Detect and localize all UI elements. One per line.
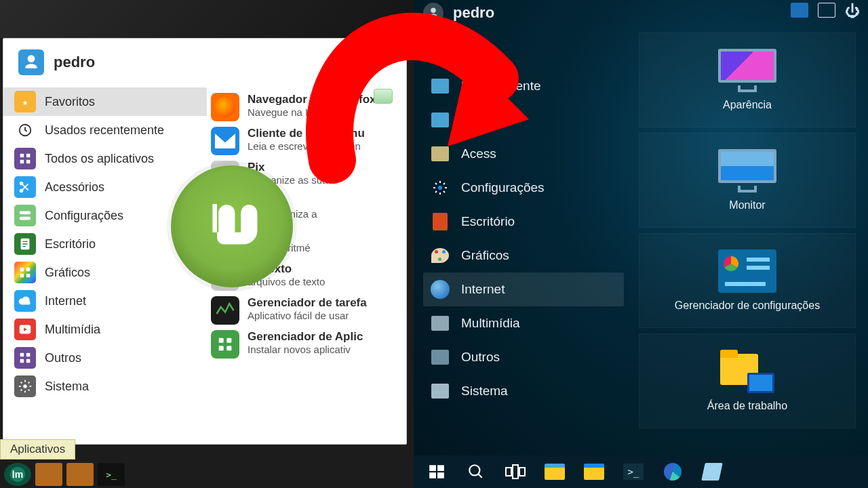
win-item-office[interactable]: Escritório [423, 205, 624, 239]
tile-label: Monitor [729, 199, 765, 211]
pc-icon [429, 380, 452, 403]
win-item-label: Multimídia [461, 316, 520, 331]
sidebar-item-multimedia[interactable]: Multimídia [3, 315, 207, 344]
keymap-icon [429, 142, 452, 165]
sidebar-item-recent[interactable]: Usados recentemente [3, 116, 207, 144]
sidebar-item-label: Gráficos [45, 266, 90, 280]
app-item[interactable]: Gerenciador de tarefaAplicativo fácil de… [207, 293, 406, 327]
sidebar-item-label: Configurações [45, 209, 123, 223]
win-categories: ritosUentementecativosAcessConfigurações… [423, 35, 624, 408]
mint-user-row[interactable]: pedro [3, 39, 406, 85]
terminal-icon[interactable]: >_ [621, 460, 646, 484]
svg-rect-28 [437, 465, 444, 471]
monitor-icon [718, 149, 776, 192]
explorer2-icon[interactable] [582, 460, 606, 484]
app-item[interactable]: Cliente de E-mail ThuLeia e escreva suas… [207, 124, 406, 158]
win-user-row[interactable]: pedro [423, 3, 494, 23]
sidebar-item-label: Usados recentemente [45, 123, 164, 138]
tile-1[interactable]: Monitor [639, 133, 856, 228]
mint-menu-button[interactable]: lm [4, 463, 31, 486]
star-folder-icon [14, 91, 36, 113]
scissors-icon [14, 176, 36, 198]
svg-rect-10 [20, 268, 24, 272]
edge-icon[interactable] [660, 460, 685, 484]
appearance-monitor-icon [718, 49, 776, 92]
win-item-label: Acess [461, 146, 496, 161]
svg-rect-16 [26, 353, 31, 357]
svg-point-19 [23, 384, 27, 388]
sidebar-item-system[interactable]: Sistema [3, 372, 207, 401]
svg-rect-32 [506, 468, 511, 476]
win-item-net[interactable]: Internet [423, 272, 624, 306]
tile-label: Aparência [723, 99, 772, 111]
svg-rect-2 [26, 154, 31, 158]
svg-rect-17 [20, 359, 24, 363]
lock-toggle-icon[interactable] [374, 89, 393, 104]
win-item-recent[interactable]: Uentemente [423, 69, 624, 103]
svg-rect-30 [437, 472, 444, 479]
win-item-mm[interactable]: Multimídia [423, 306, 624, 340]
power-icon[interactable]: ⏻ [845, 3, 863, 18]
mint-taskbar: lm >_ [0, 461, 414, 488]
notes-icon[interactable] [700, 460, 724, 484]
sidebar-item-label: Todos os aplicativos [45, 152, 154, 166]
sidebar-item-acess[interactable]: Acessórios [3, 173, 207, 201]
taskview-icon[interactable] [503, 460, 528, 484]
tile-3[interactable]: Área de trabalho [639, 333, 856, 428]
win-item-sys[interactable]: Sistema [423, 374, 624, 408]
win-item-fav[interactable]: ritos [423, 35, 624, 69]
mail-icon [211, 127, 239, 155]
win-item-acess[interactable]: Acess [423, 137, 624, 171]
win-item-other[interactable]: Outros [423, 340, 624, 374]
sidebar-item-others[interactable]: Outros [3, 344, 207, 372]
doc-icon [14, 233, 36, 255]
desktop-folder-icon [720, 350, 774, 393]
settings-tile-icon[interactable] [791, 3, 808, 18]
tile-0[interactable]: Aparência [639, 33, 856, 127]
firefox-icon [211, 93, 239, 121]
app-title: Gerenciador de tarefa [248, 296, 367, 310]
tile-2[interactable]: Gerenciador de configurações [639, 233, 856, 328]
search-icon[interactable] [464, 460, 488, 484]
sidebar-item-label: Outros [45, 351, 81, 365]
sidebar-item-label: Internet [45, 294, 86, 308]
app-title: Navegador Web Firefox [248, 93, 376, 106]
play-icon [14, 319, 36, 340]
sidebar-item-label: Multimídia [45, 323, 100, 337]
svg-rect-27 [429, 465, 436, 471]
win-top-buttons: ⏻ [791, 3, 863, 18]
win-taskbar: >_ [414, 455, 868, 488]
svg-rect-8 [20, 217, 31, 220]
sidebar-item-label: Sistema [45, 380, 89, 394]
stack-icon [429, 346, 452, 369]
sidebar-item-graphics[interactable]: Gráficos [3, 258, 207, 287]
lock-icon[interactable] [818, 3, 835, 18]
explorer1-icon[interactable] [542, 460, 567, 484]
svg-rect-15 [20, 353, 24, 357]
win-item-label: cativos [461, 113, 501, 127]
appgrid-icon: 4 24" fill="#fff"> [211, 330, 239, 359]
svg-text:lm: lm [12, 469, 23, 480]
win-item-graph[interactable]: Gráficos [423, 239, 624, 272]
sidebar-item-allapps[interactable]: Todos os aplicativos [3, 144, 207, 173]
svg-rect-18 [26, 359, 31, 363]
svg-rect-12 [20, 274, 24, 278]
tb-terminal-icon[interactable]: >_ [98, 463, 125, 486]
sidebar-item-favorites[interactable]: Favoritos [3, 87, 207, 116]
sidebar-item-internet[interactable]: Internet [3, 287, 207, 315]
win-item-label: Configurações [461, 180, 545, 195]
win-item-config[interactable]: Configurações [423, 171, 624, 205]
tb-files-icon[interactable] [35, 463, 62, 486]
win-item-all[interactable]: cativos [423, 103, 624, 137]
start-icon[interactable] [425, 460, 449, 484]
apps-tooltip: Aplicativos [0, 439, 75, 460]
office-icon [429, 210, 452, 233]
app-desc: Instalar novos aplicativ [248, 344, 363, 355]
app-title: Cliente de E-mail Thu [248, 127, 365, 140]
svg-point-31 [469, 465, 479, 475]
palette-icon [429, 244, 452, 267]
app-item[interactable]: 4 24" fill="#fff">Gerenciador de AplicIn… [207, 327, 406, 361]
globe-icon [429, 278, 452, 301]
tb-files2-icon[interactable] [66, 463, 94, 486]
star-icon [429, 41, 452, 64]
